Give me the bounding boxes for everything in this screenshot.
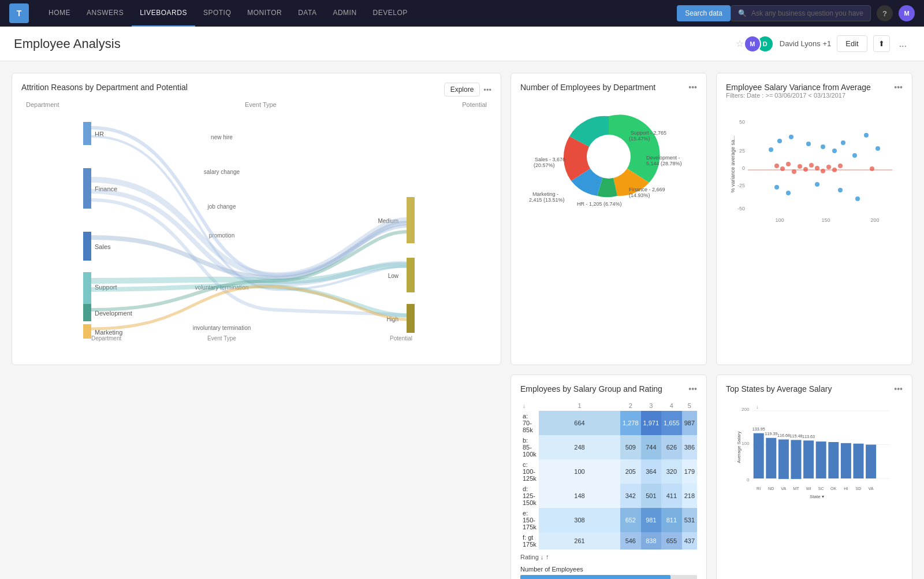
donut-label-dev-val: 5,144 (28.78%)	[646, 161, 682, 166]
dot10	[826, 165, 831, 169]
nav-home[interactable]: HOME	[40, 0, 79, 27]
employees-dept-more[interactable]: •••	[688, 83, 697, 92]
user-avatar[interactable]: M	[899, 5, 915, 21]
heatmap-col-4: 4	[661, 400, 682, 411]
row2-spacer	[12, 374, 501, 579]
donut-label-marketing-val: 2,415 (13.51%)	[529, 197, 565, 203]
donut-chart: Support - 2,765 (15.47%) Development - 5…	[520, 99, 697, 214]
dept-hr-node	[83, 122, 91, 145]
nav-data[interactable]: DATA	[290, 0, 325, 27]
salary-variance-title: Employee Salary Variance from Average	[726, 83, 871, 92]
bar-mt	[791, 440, 802, 479]
heatmap-header-row: ↓ 1 2 3 4 5	[520, 400, 697, 411]
flow-finance-medium	[91, 180, 407, 275]
explore-button[interactable]: Explore	[444, 83, 480, 96]
employees-dept-title: Number of Employees by Department	[520, 83, 655, 92]
charts-row-2: Employees by Salary Group and Rating •••…	[12, 374, 912, 579]
label-wi: WI	[806, 486, 811, 491]
dot9	[821, 169, 825, 173]
potential-low-node	[407, 258, 415, 292]
cell-b5: 386	[682, 435, 697, 459]
salary-group-more[interactable]: •••	[688, 384, 697, 394]
heatmap-row-a: a: 70-85k 664 1,278 1,971 1,655 987	[520, 411, 697, 435]
dot5	[798, 164, 802, 169]
nav-monitor[interactable]: MONITOR	[239, 0, 290, 27]
salary-variance-more[interactable]: •••	[894, 83, 903, 92]
heatmap-row-e: e: 150-175k 308 652 981 811 531	[520, 508, 697, 532]
potential-low-label: Low	[388, 273, 399, 279]
favorite-icon[interactable]: ☆	[736, 38, 744, 49]
nav-spotiq[interactable]: SPOTIQ	[195, 0, 239, 27]
sankey-top-labels: Department Event Type Potential	[21, 101, 491, 108]
y-0: 0	[742, 165, 745, 171]
heatmap-row-c: c: 100-125k 100 205 364 320 179	[520, 459, 697, 484]
bar-wi	[803, 440, 814, 478]
label-va1: VA	[781, 486, 786, 491]
cell-e5: 531	[682, 508, 697, 532]
y-50: 50	[739, 119, 745, 125]
label-mt: MT	[793, 486, 799, 491]
bdot6	[832, 149, 837, 153]
cell-d2: 342	[620, 484, 641, 508]
bdot10	[875, 146, 880, 151]
more-options-button[interactable]: ...	[896, 36, 910, 51]
bar-sc	[816, 441, 826, 478]
cell-d3: 501	[641, 484, 662, 508]
scatter-chart: 50 25 0 -25 -50 100 150 200	[726, 109, 903, 213]
bar-va1	[778, 440, 789, 479]
cell-b1: 248	[539, 435, 620, 459]
share-button[interactable]: ⬆	[873, 35, 890, 52]
donut-label-hr: HR - 1,205 (6.74%)	[577, 201, 622, 207]
event-jobchange: job change	[207, 203, 236, 210]
sankey-bottom-potential: Potential	[390, 335, 412, 342]
label-ok: OK	[830, 486, 837, 491]
cell-f2: 546	[620, 532, 641, 550]
help-button[interactable]: ?	[877, 5, 893, 21]
employees-dept-card: Number of Employees by Department •••	[511, 73, 707, 365]
potential-high-node	[407, 304, 415, 333]
top-states-title: Top States by Average Salary	[726, 384, 832, 394]
dept-dev-node	[83, 304, 91, 321]
bar-ri	[754, 433, 764, 478]
cell-e3: 981	[641, 508, 662, 532]
attrition-actions: Explore •••	[439, 83, 491, 96]
topnav-right: 🔍 Ask any business question you have ? M	[731, 5, 915, 21]
sankey-svg: HR Finance Sales Support Development Mar…	[21, 110, 491, 342]
heatmap-bottom: Number of Employees 0 936 1872	[520, 566, 697, 579]
search-data-button[interactable]: Search data	[677, 5, 731, 21]
page-header: Employee Analysis ☆ M D David Lyons +1 E…	[0, 27, 924, 61]
bdot7	[841, 140, 845, 145]
app-logo[interactable]: T	[9, 3, 29, 23]
nav-answers[interactable]: ANSWERS	[79, 0, 132, 27]
heatmap-bar-label: Number of Employees	[520, 566, 697, 573]
cell-e1: 308	[539, 508, 620, 532]
val-va1: 116.68	[777, 433, 790, 438]
global-search-bar[interactable]: 🔍 Ask any business question you have	[731, 5, 871, 21]
dept-finance-node	[83, 168, 91, 209]
salary-variance-card: Employee Salary Variance from Average Fi…	[716, 73, 912, 365]
nav-liveboards[interactable]: LIVEBOARDS	[132, 0, 195, 27]
attrition-more-icon[interactable]: •••	[483, 86, 491, 94]
nav-admin[interactable]: ADMIN	[325, 0, 364, 27]
cell-a2: 1,278	[620, 411, 641, 435]
top-states-more[interactable]: •••	[894, 384, 903, 394]
cell-c3: 364	[641, 459, 662, 484]
dept-support-node	[83, 272, 91, 304]
donut-svg: Support - 2,765 (15.47%) Development - 5…	[522, 93, 695, 220]
x-150: 150	[821, 217, 830, 223]
nav-develop[interactable]: DEVELOP	[365, 0, 416, 27]
rating-label: Rating ↓ ↑	[520, 553, 549, 561]
cell-f5: 437	[682, 532, 697, 550]
bar-chart-svg: 200 100 0 ↓ RI 133.95 ND	[726, 400, 903, 504]
val-nd: 119.39	[765, 431, 777, 436]
event-newhire: new hire	[211, 134, 233, 140]
heatmap-bar-track	[520, 575, 697, 579]
donut-label-sales-pct: (20.57%)	[534, 162, 555, 168]
heatmap-col-1: 1	[539, 400, 620, 411]
y-0-bar: 0	[747, 477, 750, 482]
edit-button[interactable]: Edit	[837, 35, 867, 52]
cell-e2: 652	[620, 508, 641, 532]
dot8	[815, 166, 819, 170]
row-label-a: a: 70-85k	[520, 411, 539, 435]
heatmap-row-d: d: 125-150k 148 342 501 411 218	[520, 484, 697, 508]
